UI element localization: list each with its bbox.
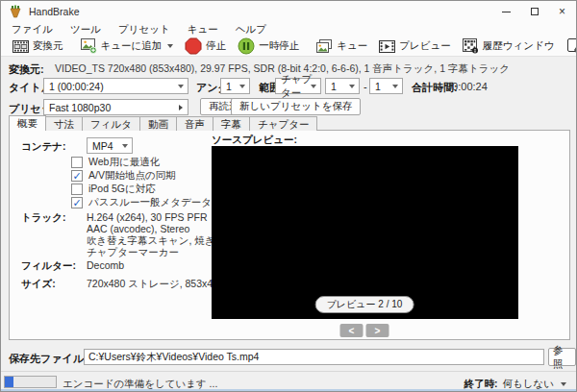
presets-button[interactable]: プリセット [560, 37, 577, 56]
title-bar: HandBrake × [1, 1, 576, 22]
range-from-select[interactable]: 1 [325, 78, 360, 94]
align-av-checkbox[interactable]: ✓ [71, 170, 83, 182]
maximize-button[interactable] [520, 1, 548, 22]
size-label: サイズ: [21, 278, 56, 291]
add-to-queue-button[interactable]: キューに追加 [75, 37, 180, 56]
preset-row: プリセット: Fast 1080p30 再読込 新しいプリセットを保存 [1, 98, 576, 115]
queue-icon [316, 39, 333, 54]
angle-select[interactable]: 1 [220, 78, 250, 94]
window-accent-edge [1, 389, 576, 391]
preview-index-badge: プレビュー 2 / 10 [315, 296, 414, 313]
open-source-label: 変換元 [33, 39, 63, 53]
menu-tools[interactable]: ツール [62, 23, 110, 37]
track-line-audio: AAC (avcodec), Stereo [87, 223, 189, 234]
progress-fill [5, 377, 13, 387]
close-button[interactable]: × [548, 1, 576, 22]
queue-label: キュー [337, 39, 367, 53]
save-file-label: 保存先ファイル: [9, 352, 88, 366]
tab-video[interactable]: 動画 [139, 116, 177, 131]
tab-subtitles[interactable]: 字幕 [213, 116, 250, 131]
summary-panel: コンテナ: MP4 Web用に最適化 ✓ A/V開始地点の同期 iPod 5Gに… [9, 130, 570, 340]
chevron-down-icon [178, 85, 184, 88]
web-optimized-label[interactable]: Web用に最適化 [88, 156, 160, 169]
range-to-select[interactable]: 1 [369, 78, 403, 94]
preset-select[interactable]: Fast 1080p30 [43, 99, 188, 115]
tab-filters[interactable]: フィルタ [82, 116, 140, 131]
save-row: 保存先ファイル: 参照 [1, 348, 576, 367]
ipod-5g-row: iPod 5Gに対応 [71, 183, 156, 196]
next-preview-button[interactable]: > [366, 324, 389, 337]
align-av-label[interactable]: A/V開始地点の同期 [88, 169, 176, 183]
passthru-metadata-row: ✓ パススルー一般メタデータ [71, 196, 212, 209]
range-to-value: 1 [375, 81, 381, 92]
handbrake-logo-icon [9, 5, 22, 18]
chevron-down-icon [122, 144, 128, 148]
filmstrip-icon [13, 39, 29, 54]
menu-help[interactable]: ヘルプ [227, 23, 275, 37]
track-line-chapters: チャプターマーカー [87, 246, 179, 259]
window-title: HandBrake [29, 6, 80, 17]
container-select-value: MP4 [92, 140, 113, 152]
filters-label: フィルター: [21, 259, 76, 273]
preview-navigation: < > [340, 324, 389, 337]
pause-button[interactable]: 一時停止 [232, 37, 305, 56]
title-select-value: 1 (00:00:24) [49, 81, 104, 92]
source-preview-image [212, 146, 518, 319]
ipod-5g-checkbox[interactable] [71, 184, 83, 195]
activity-window-button[interactable]: 履歴ウィンドウ [457, 37, 561, 56]
previous-preview-button[interactable]: < [340, 324, 364, 337]
encode-progress-bar [4, 376, 57, 388]
chevron-down-icon [561, 382, 566, 386]
browse-button[interactable]: 参照 [548, 348, 576, 366]
activity-window-label: 履歴ウィンドウ [483, 39, 555, 53]
preview-button[interactable]: プレビュー [373, 37, 456, 56]
source-preview-label: ソースプレビュー: [212, 134, 297, 147]
passthru-metadata-checkbox[interactable]: ✓ [71, 197, 83, 208]
queue-button[interactable]: キュー [311, 37, 373, 56]
range-type-select[interactable]: チャプター [275, 78, 321, 94]
title-row: タイトル: 1 (00:00:24) アングル: 1 範囲: チャプター 1 -… [1, 78, 576, 95]
tab-summary[interactable]: 概要 [9, 115, 46, 131]
save-new-preset-button[interactable]: 新しいプリセットを保存 [231, 98, 361, 115]
angle-select-value: 1 [226, 81, 232, 92]
menu-file[interactable]: ファイル [3, 23, 62, 37]
tab-audio[interactable]: 音声 [176, 116, 213, 131]
container-select[interactable]: MP4 [87, 137, 133, 154]
web-optimized-row: Web用に最適化 [71, 156, 160, 169]
open-source-button[interactable]: 変換元 [7, 37, 69, 56]
web-optimized-checkbox[interactable] [71, 157, 83, 168]
pause-label: 一時停止 [259, 39, 299, 53]
filters-value: Decomb [87, 259, 124, 271]
ipod-5g-label[interactable]: iPod 5Gに対応 [88, 183, 156, 196]
container-label: コンテナ: [21, 140, 65, 154]
add-to-queue-icon [81, 38, 97, 54]
tab-dimensions[interactable]: 寸法 [45, 116, 83, 131]
preview-icon [379, 39, 395, 54]
save-path-input[interactable] [84, 349, 544, 365]
tab-strip: 概要 寸法 フィルタ 動画 音声 字幕 チャプター [9, 116, 316, 131]
preset-select-value: Fast 1080p30 [49, 102, 111, 113]
presets-icon [565, 38, 577, 54]
passthru-metadata-label[interactable]: パススルー一般メタデータ [88, 196, 212, 209]
source-label: 変換元: [9, 62, 44, 77]
chevron-down-icon [392, 85, 398, 88]
duration-value: 00:00:24 [446, 81, 488, 92]
align-av-row: ✓ A/V開始地点の同期 [71, 169, 176, 183]
track-line-video: H.264 (x264), 30 FPS PFR [87, 211, 207, 223]
tracks-label: トラック: [21, 211, 65, 225]
preview-label: プレビュー [399, 39, 450, 53]
menu-queue[interactable]: キュー [179, 23, 227, 37]
toolbar: 変換元 キューに追加 停止 [1, 37, 576, 57]
menu-presets[interactable]: プリセット [110, 23, 179, 37]
minimize-button[interactable] [492, 1, 520, 22]
chevron-right-icon [179, 105, 183, 110]
range-separator: - [364, 81, 367, 92]
stop-label: 停止 [206, 39, 226, 53]
status-bar: エンコードの準備をしています ... 終了時: 何もしない [1, 371, 576, 391]
activity-log-icon [463, 38, 479, 54]
tab-chapters[interactable]: チャプター [249, 116, 317, 131]
menu-bar: ファイル ツール プリセット キュー ヘルプ [1, 22, 576, 37]
stop-button[interactable]: 停止 [179, 37, 232, 56]
title-select[interactable]: 1 (00:00:24) [43, 78, 188, 94]
chevron-down-icon [239, 85, 245, 88]
